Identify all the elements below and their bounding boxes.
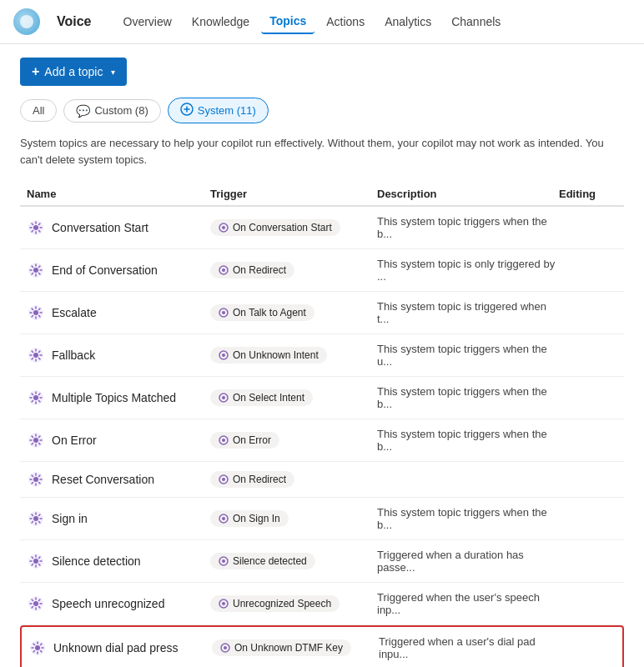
trigger-text: On Talk to Agent	[233, 307, 306, 318]
trigger-icon	[219, 223, 229, 233]
nav-item-overview[interactable]: Overview	[115, 10, 180, 33]
topic-icon	[27, 594, 45, 613]
nav-item-channels[interactable]: Channels	[443, 10, 509, 33]
svg-point-44	[224, 646, 227, 649]
svg-point-2	[33, 225, 38, 230]
trigger-badge: On Conversation Start	[210, 219, 340, 236]
svg-point-12	[222, 311, 225, 314]
trigger-text: Unrecognized Speech	[233, 598, 331, 609]
add-topic-button[interactable]: + Add a topic ▾	[20, 58, 127, 86]
topic-trigger-cell: On Conversation Start	[210, 219, 377, 236]
topic-description: This system topic triggers when the b...	[377, 385, 559, 410]
trigger-badge: On Unknown Intent	[210, 347, 327, 364]
col-name: Name	[27, 188, 210, 200]
trigger-icon	[219, 265, 229, 275]
app-logo	[13, 8, 40, 35]
table-row[interactable]: Silence detection Silence detected Trigg…	[20, 540, 624, 583]
topic-description: Triggered when a duration has passe...	[377, 549, 559, 574]
topic-name: Conversation Start	[52, 221, 148, 234]
topic-description: Triggered when a user's dial pad inpu...	[379, 635, 557, 660]
svg-point-28	[222, 478, 225, 481]
filter-tabs: All 💬 Custom (8) System (11)	[20, 98, 624, 123]
topic-description: This system topic triggers when the b...	[377, 428, 559, 453]
all-label: All	[33, 104, 44, 117]
svg-point-30	[33, 516, 38, 521]
svg-point-26	[33, 477, 38, 482]
svg-point-24	[222, 439, 225, 442]
table-body: Conversation Start On Conversation Start…	[20, 207, 624, 667]
topic-icon	[27, 218, 45, 237]
trigger-badge: On Select Intent	[210, 389, 313, 406]
topic-description: This system topic triggers when the b...	[377, 506, 559, 531]
topic-icon	[27, 389, 45, 407]
topic-icon	[27, 261, 45, 279]
topic-icon	[27, 509, 45, 528]
nav-item-analytics[interactable]: Analytics	[376, 10, 440, 33]
trigger-badge: On Redirect	[210, 471, 294, 488]
table-row[interactable]: On Error On Error This system topic trig…	[20, 419, 624, 462]
table-row[interactable]: Conversation Start On Conversation Start…	[20, 207, 624, 249]
svg-point-36	[222, 559, 225, 563]
topic-description: This system topic triggers when the u...	[377, 343, 559, 368]
trigger-text: On Sign In	[233, 513, 280, 524]
table-row[interactable]: Sign in On Sign In This system topic tri…	[20, 498, 624, 540]
svg-point-20	[222, 396, 225, 399]
custom-label: Custom (8)	[94, 104, 148, 117]
table-row[interactable]: Reset Conversation On Redirect	[20, 462, 624, 498]
svg-point-14	[33, 353, 38, 358]
filter-system[interactable]: System (11)	[168, 98, 269, 123]
app-title: Voice	[57, 14, 92, 29]
trigger-text: On Unknown Intent	[233, 349, 319, 361]
topic-trigger-cell: Unrecognized Speech	[210, 595, 377, 612]
topic-trigger-cell: On Sign In	[210, 510, 377, 527]
plus-icon: +	[32, 64, 39, 79]
trigger-badge: On Unknown DTMF Key	[212, 639, 351, 656]
topic-name: Multiple Topics Matched	[52, 391, 176, 404]
table-row[interactable]: Unknown dial pad press On Unknown DTMF K…	[20, 625, 624, 667]
topic-trigger-cell: On Talk to Agent	[210, 304, 377, 321]
trigger-text: On Redirect	[233, 264, 286, 276]
trigger-badge: On Sign In	[210, 510, 289, 527]
topic-trigger-cell: On Unknown DTMF Key	[212, 639, 379, 656]
trigger-text: On Error	[233, 434, 271, 446]
svg-point-34	[33, 559, 38, 564]
table-header: Name Trigger Description Editing	[20, 183, 624, 207]
trigger-icon	[219, 435, 229, 445]
topic-name: End of Conversation	[52, 263, 158, 277]
topic-icon	[27, 431, 45, 449]
svg-point-40	[222, 602, 225, 605]
topic-description: Triggered when the user's speech inp...	[377, 591, 559, 616]
trigger-icon	[219, 308, 229, 318]
nav-item-knowledge[interactable]: Knowledge	[184, 10, 258, 33]
nav-item-actions[interactable]: Actions	[318, 10, 373, 33]
filter-all[interactable]: All	[20, 99, 57, 122]
trigger-badge: On Redirect	[210, 262, 294, 278]
trigger-icon	[220, 643, 230, 653]
filter-custom[interactable]: 💬 Custom (8)	[63, 99, 160, 123]
table-row[interactable]: Multiple Topics Matched On Select Intent…	[20, 377, 624, 419]
svg-point-10	[33, 310, 38, 315]
table-row[interactable]: Escalate On Talk to Agent This system to…	[20, 292, 624, 334]
table-row[interactable]: End of Conversation On Redirect This sys…	[20, 249, 624, 292]
trigger-icon	[219, 514, 229, 524]
topic-name-cell: On Error	[27, 431, 210, 449]
trigger-badge: Unrecognized Speech	[210, 595, 340, 612]
chat-icon: 💬	[76, 104, 90, 118]
topic-icon	[28, 639, 47, 657]
topic-name-cell: Conversation Start	[27, 218, 210, 237]
trigger-badge: Silence detected	[210, 553, 315, 569]
system-icon	[180, 103, 194, 118]
topic-trigger-cell: On Redirect	[210, 471, 377, 488]
topic-name: Sign in	[52, 512, 88, 525]
col-trigger: Trigger	[210, 188, 377, 200]
nav-item-topics[interactable]: Topics	[261, 9, 314, 34]
trigger-icon	[219, 474, 229, 484]
topic-icon	[27, 470, 45, 489]
trigger-icon	[219, 350, 229, 360]
topic-description: This system topic is triggered when t...	[377, 300, 559, 325]
topic-icon	[27, 303, 45, 322]
table-row[interactable]: Fallback On Unknown Intent This system t…	[20, 334, 624, 377]
table-row[interactable]: Speech unrecognized Unrecognized Speech …	[20, 583, 624, 625]
topic-name: Silence detection	[52, 554, 141, 568]
topic-name-cell: Speech unrecognized	[27, 594, 210, 613]
